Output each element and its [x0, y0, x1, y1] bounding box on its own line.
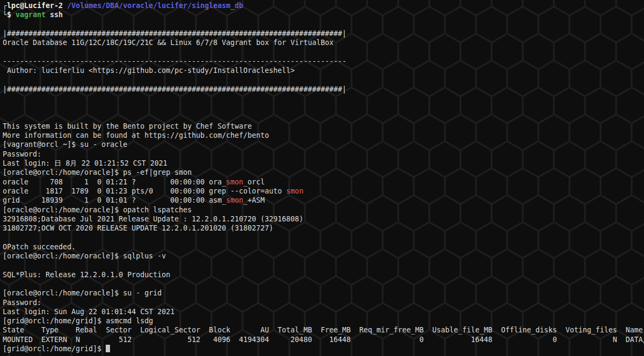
terminal-text: grid 18939 1 0 01:01 ? 00:00:00 asm_ [3, 196, 226, 204]
terminal-text: oracle 1817 1789 0 01:23 pts/0 00:00:00 … [3, 187, 286, 195]
terminal-line: oracle 1817 1789 0 01:23 pts/0 00:00:00 … [3, 187, 644, 196]
terminal-cursor [106, 345, 110, 352]
terminal-line: Oracle Database 11G/12C/18C/19C/21C && L… [3, 38, 644, 47]
terminal-text: State Type Rebal Sector Logical_Sector B… [3, 326, 643, 334]
terminal-line [3, 261, 644, 270]
terminal-text: smon [226, 178, 243, 186]
terminal-text: Oracle Database 11G/12C/18C/19C/21C && L… [3, 39, 333, 47]
terminal-text: vagrant [16, 11, 46, 19]
terminal-text: oracle 708 1 0 01:21 ? 00:00:00 ora_ [3, 178, 226, 186]
terminal-text: Password: [3, 299, 41, 307]
terminal-text [63, 2, 67, 10]
terminal-line: Author: luciferliu <https://github.com/p… [3, 66, 644, 75]
terminal-text: This system is built by the Bento projec… [3, 122, 252, 130]
terminal-text: smon [286, 187, 303, 195]
terminal-line: [oracle@orcl:/home/oracle]$ su - grid [3, 288, 644, 298]
terminal-line [3, 47, 644, 56]
terminal-line: ----------------------------------------… [3, 57, 644, 66]
terminal-line: Last login: 日 8月 22 01:21:52 CST 2021 [3, 159, 644, 168]
terminal-line: |#######################################… [3, 29, 644, 38]
terminal-text: [oracle@orcl:/home/oracle]$ opatch lspat… [3, 206, 192, 214]
terminal-line: [vagrant@orcl ~]$ su - oracle [3, 140, 644, 149]
terminal-text: MOUNTED EXTERN N 512 512 4096 4194304 20… [3, 336, 644, 344]
terminal-text: smon [226, 196, 243, 204]
terminal-text: |#######################################… [3, 29, 346, 38]
terminal-line [3, 113, 644, 122]
terminal-text: Last login: 日 8月 22 01:21:52 CST 2021 [3, 159, 167, 167]
terminal-line [3, 75, 644, 84]
terminal-text: ----------------------------------------… [3, 57, 346, 65]
terminal-line: [oracle@orcl:/home/oracle]$ sqlplus -v [3, 251, 644, 261]
terminal-line: State Type Rebal Sector Logical_Sector B… [3, 325, 644, 335]
terminal-text: [grid@orcl:/home/grid]$ asmcmd lsdg [3, 317, 153, 325]
terminal-text: ┌ [3, 2, 7, 10]
terminal-line [3, 233, 644, 242]
terminal-line: SQL*Plus: Release 12.2.0.1.0 Production [3, 270, 644, 279]
terminal-text: ssh [46, 11, 63, 19]
terminal-text: _orcl [243, 178, 265, 186]
terminal-text: [oracle@orcl:/home/oracle]$ su - grid [3, 289, 162, 297]
terminal-line: └$ vagrant ssh [3, 10, 644, 19]
terminal-text: SQL*Plus: Release 12.2.0.1.0 Production [3, 271, 170, 279]
terminal-text: |#######################################… [3, 85, 346, 93]
terminal-line: More information can be found at https:/… [3, 131, 644, 140]
terminal-line: |#######################################… [3, 85, 644, 94]
terminal-text: └ [3, 11, 7, 19]
terminal-line: This system is built by the Bento projec… [3, 122, 644, 131]
terminal-line [3, 279, 644, 288]
terminal-line: Password: [3, 150, 644, 159]
terminal-line: [grid@orcl:/home/grid]$ asmcmd lsdg [3, 316, 644, 325]
terminal-output[interactable]: ┌lpc@Lucifer-2 /Volumes/DBA/voracle/luci… [0, 0, 644, 356]
terminal-line: [oracle@orcl:/home/oracle]$ opatch lspat… [3, 205, 644, 214]
terminal-line [3, 94, 644, 103]
terminal-line: ┌lpc@Lucifer-2 /Volumes/DBA/voracle/luci… [3, 1, 644, 10]
terminal-line: Password: [3, 298, 644, 307]
terminal-text: _+ASM [243, 196, 265, 204]
terminal-text: 32916808;Database Jul 2021 Release Updat… [3, 215, 303, 223]
terminal-line: MOUNTED EXTERN N 512 512 4096 4194304 20… [3, 335, 644, 344]
terminal-text: Author: luciferliu <https://github.com/p… [3, 66, 295, 75]
terminal-line: Last login: Sun Aug 22 01:01:44 CST 2021 [3, 307, 644, 316]
terminal-line [3, 20, 644, 29]
terminal-line: OPatch succeeded. [3, 242, 644, 251]
terminal-text: /Volumes/DBA/voracle/lucifer/singleasm_d… [67, 2, 243, 10]
terminal-text: 31802727;OCW OCT 2020 RELEASE UPDATE 12.… [3, 224, 273, 232]
terminal-text: [oracle@orcl:/home/oracle]$ ps -ef|grep … [3, 168, 192, 176]
terminal-line: [oracle@orcl:/home/oracle]$ ps -ef|grep … [3, 168, 644, 177]
terminal-line: oracle 708 1 0 01:21 ? 00:00:00 ora_smon… [3, 177, 644, 187]
terminal-text: Password: [3, 150, 41, 158]
terminal-text: [grid@orcl:/home/grid]$ [3, 345, 106, 353]
terminal-text: [vagrant@orcl ~]$ su - oracle [3, 140, 127, 149]
terminal-line: grid 18939 1 0 01:01 ? 00:00:00 asm_smon… [3, 196, 644, 205]
terminal-line: [grid@orcl:/home/grid]$ [3, 344, 644, 353]
terminal-text: lpc@Lucifer-2 [7, 2, 63, 10]
terminal-text: $ [7, 11, 16, 19]
terminal-text: OPatch succeeded. [3, 243, 76, 251]
terminal-text: More information can be found at https:/… [3, 131, 269, 139]
terminal-text: Last login: Sun Aug 22 01:01:44 CST 2021 [3, 308, 174, 316]
terminal-line [3, 103, 644, 112]
terminal-line: 31802727;OCW OCT 2020 RELEASE UPDATE 12.… [3, 224, 644, 233]
terminal-text: [oracle@orcl:/home/oracle]$ sqlplus -v [3, 252, 166, 260]
terminal-line: 32916808;Database Jul 2021 Release Updat… [3, 214, 644, 224]
